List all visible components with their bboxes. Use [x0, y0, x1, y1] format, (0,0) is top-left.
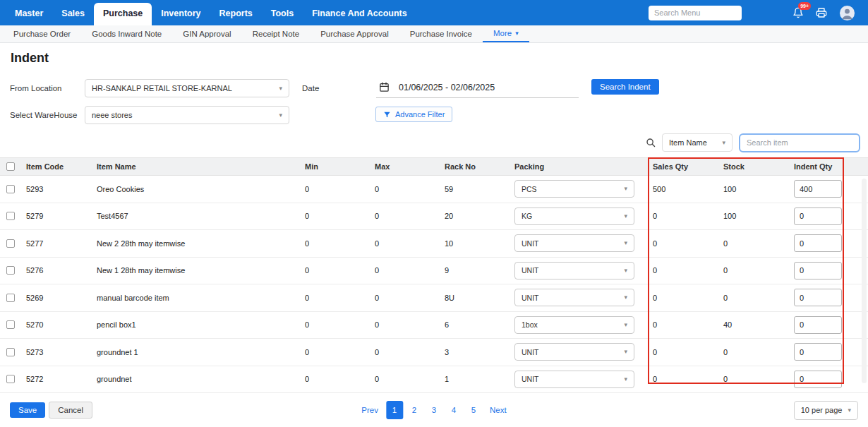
stock-cell: 100: [718, 212, 789, 220]
row-checkbox[interactable]: [6, 320, 15, 329]
table-scrollbar[interactable]: [862, 179, 867, 383]
header-packing: Packing: [510, 162, 648, 171]
row-checkbox[interactable]: [6, 266, 15, 275]
packing-select[interactable]: PCS ▾: [514, 180, 634, 198]
subnav-item-gin-approval[interactable]: GIN Approval: [172, 25, 241, 42]
packing-value: UNIT: [522, 375, 539, 383]
indent-qty-input[interactable]: [794, 234, 842, 252]
min-cell: 0: [300, 266, 370, 275]
item-name-cell: groundnet 1: [92, 348, 300, 356]
header-item-code: Item Code: [21, 162, 92, 171]
packing-select[interactable]: UNIT ▾: [514, 371, 634, 388]
stock-cell: 0: [718, 266, 789, 275]
user-avatar[interactable]: [839, 5, 855, 21]
nav-item-finance-and-accounts[interactable]: Finance And Accounts: [303, 2, 416, 25]
row-checkbox[interactable]: [6, 294, 15, 302]
indent-qty-input[interactable]: [794, 262, 842, 279]
nav-item-reports[interactable]: Reports: [210, 2, 262, 25]
pagination-page-4[interactable]: 4: [445, 401, 462, 419]
stock-cell: 0: [718, 375, 789, 383]
save-button[interactable]: Save: [10, 402, 45, 418]
packing-value: PCS: [522, 185, 537, 193]
from-location-select[interactable]: HR-SANKALP RETAIL STORE-KARNAL ▾: [85, 79, 289, 97]
pagination-page-2[interactable]: 2: [406, 401, 423, 419]
filters-section: From Location HR-SANKALP RETAIL STORE-KA…: [0, 71, 868, 132]
subnav-item-goods-inward-note[interactable]: Goods Inward Note: [81, 25, 172, 42]
nav-item-sales[interactable]: Sales: [52, 2, 94, 25]
indent-qty-input[interactable]: [794, 180, 842, 198]
item-code-cell: 5277: [21, 239, 92, 248]
indent-qty-input[interactable]: [794, 289, 842, 306]
purchase-subnav: Purchase Order Goods Inward Note GIN App…: [0, 25, 868, 43]
packing-select[interactable]: 1box ▾: [514, 316, 634, 334]
pagination-page-3[interactable]: 3: [426, 401, 442, 419]
packing-select[interactable]: KG ▾: [514, 208, 634, 225]
subnav-more-label: More: [493, 29, 512, 37]
header-indent-qty: Indent Qty: [789, 162, 844, 171]
subnav-item-receipt-note[interactable]: Receipt Note: [242, 25, 310, 42]
packing-value: 1box: [522, 320, 538, 329]
warehouse-select[interactable]: neee stores ▾: [85, 106, 289, 124]
table-row: 5269 manual barcode item 0 0 8U UNIT ▾ 0…: [0, 284, 868, 312]
header-max: Max: [370, 162, 440, 171]
list-search-row: Item Name ▾: [0, 132, 868, 157]
printer-icon[interactable]: [816, 7, 827, 18]
row-checkbox[interactable]: [6, 185, 15, 193]
chevron-down-icon: ▾: [624, 267, 627, 274]
sales-qty-cell: 500: [648, 185, 718, 193]
subnav-item-purchase-approval[interactable]: Purchase Approval: [310, 25, 399, 42]
chevron-down-icon: ▾: [624, 322, 627, 328]
notification-bell-icon[interactable]: 99+: [792, 7, 804, 18]
item-code-cell: 5279: [21, 212, 92, 220]
item-name-cell: New 2 28th may itemwise: [92, 239, 300, 248]
date-range-input[interactable]: 01/06/2025 - 02/06/2025: [376, 77, 579, 98]
packing-select[interactable]: UNIT ▾: [514, 289, 634, 306]
search-field-select[interactable]: Item Name ▾: [662, 133, 733, 152]
item-name-cell: New 1 28th may itemwise: [92, 266, 300, 275]
item-search-input[interactable]: [739, 133, 860, 152]
nav-item-tools[interactable]: Tools: [262, 2, 303, 25]
packing-select[interactable]: UNIT ▾: [514, 343, 634, 361]
packing-value: KG: [522, 212, 532, 220]
min-cell: 0: [300, 185, 370, 193]
chevron-down-icon: ▾: [624, 240, 627, 246]
page-size-select[interactable]: 10 per page ▾: [794, 401, 858, 420]
pagination-page-1[interactable]: 1: [386, 401, 403, 419]
indent-qty-input[interactable]: [794, 208, 842, 225]
nav-item-inventory[interactable]: Inventory: [152, 2, 210, 25]
nav-item-master[interactable]: Master: [6, 2, 52, 25]
rack-no-cell: 10: [440, 239, 510, 248]
select-all-checkbox[interactable]: [6, 162, 15, 171]
min-cell: 0: [300, 375, 370, 383]
filter-funnel-icon: [383, 111, 391, 119]
table-row: 5276 New 1 28th may itemwise 0 0 9 UNIT …: [0, 258, 868, 285]
sales-qty-cell: 0: [648, 375, 718, 383]
search-indent-button[interactable]: Search Indent: [591, 79, 659, 95]
chevron-down-icon: ▾: [515, 30, 519, 37]
packing-select[interactable]: UNIT ▾: [514, 234, 634, 252]
row-checkbox[interactable]: [6, 239, 15, 248]
pagination-page-5[interactable]: 5: [465, 401, 482, 419]
pagination-prev[interactable]: Prev: [356, 402, 383, 418]
subnav-item-purchase-invoice[interactable]: Purchase Invoice: [399, 25, 483, 42]
pagination-next[interactable]: Next: [485, 402, 512, 418]
item-code-cell: 5276: [21, 266, 92, 275]
warehouse-value: neee stores: [92, 111, 132, 119]
advance-filter-button[interactable]: Advance Filter: [375, 107, 452, 122]
row-checkbox[interactable]: [6, 375, 15, 383]
item-code-cell: 5270: [21, 320, 92, 329]
nav-item-purchase[interactable]: Purchase: [94, 3, 152, 25]
stock-cell: 0: [718, 348, 789, 356]
menu-search-input[interactable]: [649, 6, 742, 20]
indent-qty-input[interactable]: [794, 343, 842, 361]
indent-qty-input[interactable]: [794, 316, 842, 334]
row-checkbox[interactable]: [6, 212, 15, 220]
max-cell: 0: [370, 320, 440, 329]
packing-select[interactable]: UNIT ▾: [514, 262, 634, 279]
row-checkbox[interactable]: [6, 348, 15, 356]
indent-qty-input[interactable]: [794, 371, 842, 388]
sales-qty-cell: 0: [648, 239, 718, 248]
subnav-item-purchase-order[interactable]: Purchase Order: [3, 25, 81, 42]
subnav-item-more[interactable]: More ▾: [483, 25, 529, 42]
cancel-button[interactable]: Cancel: [49, 402, 92, 419]
